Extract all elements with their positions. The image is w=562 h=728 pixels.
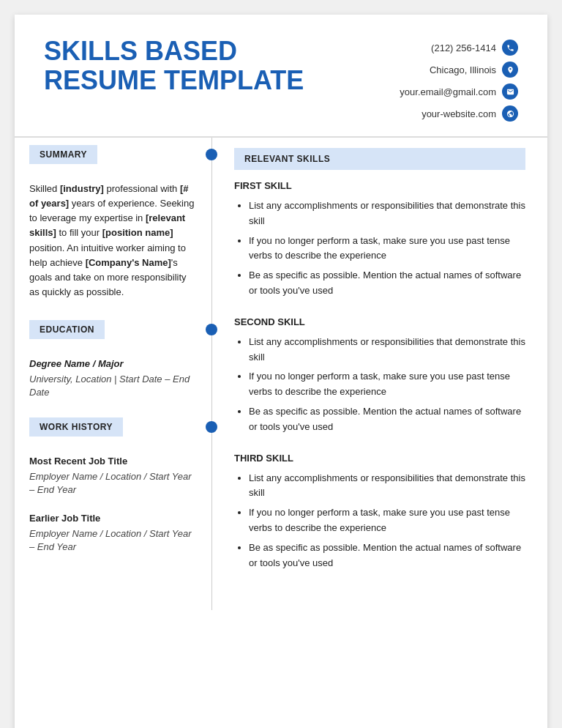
work-history-dot	[206, 421, 217, 433]
skill-3-bullet-1: List any accomplishments or responsibili…	[249, 471, 525, 502]
education-dot	[206, 324, 217, 335]
title-line1: SKILLS BASED	[44, 37, 304, 66]
phone-text: (212) 256-1414	[431, 42, 496, 53]
skill-2-bullet-2: If you no longer perform a task, make su…	[249, 369, 525, 400]
phone-contact: (212) 256-1414	[431, 40, 518, 56]
summary-text: Skilled [industry] professional with [# …	[29, 182, 197, 300]
summary-header-row: SUMMARY	[15, 138, 211, 171]
job-1-detail: Employer Name / Location / Start Year– E…	[29, 470, 197, 497]
phone-icon	[502, 40, 518, 56]
skill-1-list: List any accomplishments or responsibili…	[234, 198, 525, 299]
skill-2-title: SECOND SKILL	[234, 316, 525, 327]
job-1-title: Most Recent Job Title	[29, 454, 197, 469]
summary-content: Skilled [industry] professional with [# …	[15, 171, 211, 313]
summary-label: SUMMARY	[29, 145, 97, 164]
skill-1-bullet-1: List any accomplishments or responsibili…	[249, 198, 525, 229]
job-1: Most Recent Job Title Employer Name / Lo…	[29, 454, 197, 497]
job-2-title: Earlier Job Title	[29, 511, 197, 526]
skill-1-bullet-2: If you no longer perform a task, make su…	[249, 234, 525, 264]
job-2: Earlier Job Title Employer Name / Locati…	[29, 511, 197, 554]
right-column: RELEVANT SKILLS FIRST SKILL List any acc…	[212, 138, 547, 610]
location-icon	[502, 62, 518, 78]
skill-2-bullet-1: List any accomplishments or responsibili…	[249, 335, 525, 365]
degree-detail: University, Location | Start Date – End …	[29, 373, 197, 399]
work-history-label: WORK HISTORY	[29, 417, 123, 437]
header-contact: (212) 256-1414 Chicago, Illinois your.em…	[400, 40, 518, 122]
skill-1-title: FIRST SKILL	[234, 180, 525, 191]
website-icon	[502, 105, 518, 122]
resume-page: SKILLS BASED RESUME TEMPLATE (212) 256-1…	[15, 15, 547, 728]
left-column: SUMMARY Skilled [industry] professional …	[15, 138, 212, 610]
job-2-detail: Employer Name / Location / Start Year– E…	[29, 527, 197, 554]
skill-1: FIRST SKILL List any accomplishments or …	[234, 180, 525, 299]
location-contact: Chicago, Illinois	[430, 62, 518, 78]
education-content: Degree Name / Major University, Location…	[15, 346, 211, 410]
email-text: your.email@gmail.com	[400, 86, 496, 97]
skill-2: SECOND SKILL List any accomplishments or…	[234, 316, 525, 435]
skill-1-bullet-3: Be as specific as possible. Mention the …	[249, 268, 525, 299]
relevant-skills-header: RELEVANT SKILLS	[234, 148, 525, 170]
work-history-content: Most Recent Job Title Employer Name / Lo…	[15, 444, 211, 579]
email-icon	[502, 83, 518, 100]
location-text: Chicago, Illinois	[430, 64, 496, 75]
skill-3-bullet-2: If you no longer perform a task, make su…	[249, 505, 525, 536]
summary-dot	[206, 149, 217, 160]
skill-2-list: List any accomplishments or responsibili…	[234, 335, 525, 435]
main-body: SUMMARY Skilled [industry] professional …	[15, 138, 547, 610]
work-history-header-row: WORK HISTORY	[15, 410, 211, 444]
education-label: EDUCATION	[29, 320, 105, 339]
skill-3-bullet-3: Be as specific as possible. Mention the …	[249, 541, 525, 571]
title-line2: RESUME TEMPLATE	[44, 66, 304, 95]
header: SKILLS BASED RESUME TEMPLATE (212) 256-1…	[15, 15, 547, 138]
website-contact: your-website.com	[422, 105, 518, 122]
skill-3-list: List any accomplishments or responsibili…	[234, 471, 525, 571]
skill-3-title: THIRD SKILL	[234, 453, 525, 464]
skill-3: THIRD SKILL List any accomplishments or …	[234, 453, 525, 571]
header-title: SKILLS BASED RESUME TEMPLATE	[44, 37, 304, 94]
skill-2-bullet-3: Be as specific as possible. Mention the …	[249, 404, 525, 435]
education-header-row: EDUCATION	[15, 313, 211, 346]
email-contact: your.email@gmail.com	[400, 83, 518, 100]
degree-name: Degree Name / Major	[29, 357, 197, 371]
website-text: your-website.com	[422, 108, 496, 119]
